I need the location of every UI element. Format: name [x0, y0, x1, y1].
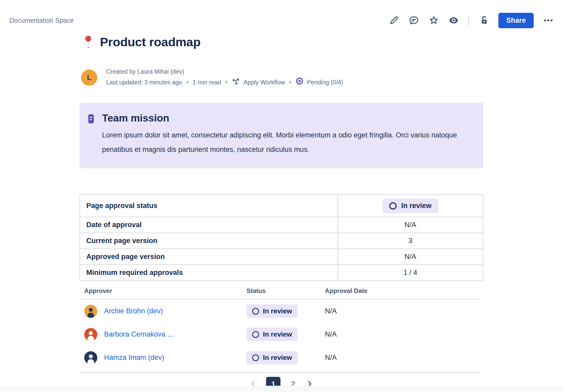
- approval-status-table: Page approval status In review Date of a…: [80, 194, 483, 281]
- status-cell: In review: [246, 351, 325, 364]
- row-label: Minimum required approvals: [80, 265, 338, 281]
- status-ring-icon: [252, 308, 259, 315]
- byline: L Created by Laura Mihai (dev) Last upda…: [80, 67, 483, 88]
- approval-date-cell: N/A: [325, 354, 483, 362]
- created-by-line: Created by Laura Mihai (dev): [106, 67, 343, 77]
- row-label: Current page version: [80, 233, 338, 249]
- separator-dot: •: [186, 78, 188, 87]
- mission-body: Lorem ipsum dolor sit amet, consectetur …: [102, 128, 472, 157]
- separator-dot: •: [289, 78, 291, 87]
- team-mission-panel: Team mission Lorem ipsum dolor sit amet,…: [80, 103, 483, 168]
- apply-workflow-button[interactable]: Apply Workflow: [232, 77, 285, 88]
- approvers-header-row: Approver Status Approval Date: [80, 285, 483, 297]
- row-value: N/A: [338, 217, 483, 233]
- approver-name-link[interactable]: Hamza Imam (dev): [104, 354, 164, 362]
- page-bottom-strip: [0, 386, 563, 392]
- breadcrumb[interactable]: Documentation Space: [9, 17, 74, 24]
- row-value: 3: [338, 233, 483, 249]
- approver-row: Barbora Cernakova ... In review N/A: [80, 323, 483, 346]
- byline-text: Created by Laura Mihai (dev) Last update…: [106, 67, 343, 88]
- more-actions-button[interactable]: [543, 15, 554, 26]
- status-badge-label: In review: [263, 354, 292, 362]
- share-button[interactable]: Share: [498, 13, 534, 28]
- page-status-badge[interactable]: In review: [382, 199, 438, 213]
- row-label: Page approval status: [80, 195, 338, 217]
- pending-label: Pending (0/4): [307, 78, 343, 87]
- status-ring-icon: [252, 331, 259, 338]
- divider: [80, 372, 480, 373]
- approver-status-badge[interactable]: In review: [246, 351, 298, 364]
- meta-line: Last updated: 3 minutes ago • 1 min read…: [106, 77, 343, 88]
- author-avatar[interactable]: L: [81, 70, 97, 86]
- title-row: Product roadmap: [80, 33, 483, 50]
- status-badge-label: In review: [263, 330, 292, 338]
- row-value: N/A: [338, 249, 483, 265]
- approver-cell: Barbora Cernakova ...: [84, 328, 246, 341]
- status-badge-label: In review: [263, 307, 292, 315]
- row-label: Approved page version: [80, 249, 338, 265]
- status-ring-icon: [252, 354, 259, 361]
- pending-target-icon: [295, 77, 304, 88]
- row-value: 1 / 4: [338, 265, 483, 281]
- approver-avatar[interactable]: [84, 328, 97, 341]
- approver-avatar[interactable]: [84, 305, 97, 318]
- table-row: Current page version 3: [80, 233, 483, 249]
- mission-title: Team mission: [102, 112, 472, 124]
- row-value: In review: [338, 195, 483, 217]
- approval-date-cell: N/A: [325, 307, 483, 315]
- pending-status-chip[interactable]: Pending (0/4): [295, 77, 343, 88]
- table-row: Date of approval N/A: [80, 217, 483, 233]
- page-content: Product roadmap L Created by Laura Mihai…: [80, 0, 483, 392]
- mission-content: Team mission Lorem ipsum dolor sit amet,…: [102, 112, 472, 157]
- more-icon: [543, 15, 554, 26]
- table-row: Page approval status In review: [80, 195, 483, 217]
- column-header-status: Status: [246, 287, 325, 295]
- approver-row: Archie Brohn (dev) In review N/A: [80, 299, 483, 323]
- approver-status-badge[interactable]: In review: [246, 304, 298, 318]
- status-ring-icon: [389, 202, 397, 210]
- approver-row: Hamza Imam (dev) In review N/A: [80, 346, 483, 369]
- approval-date-cell: N/A: [325, 330, 483, 338]
- status-badge-label: In review: [401, 202, 432, 210]
- approver-name-link[interactable]: Barbora Cernakova ...: [104, 330, 173, 338]
- row-label: Date of approval: [80, 217, 338, 233]
- page-title: Product roadmap: [100, 35, 201, 49]
- read-time: 1 min read: [193, 78, 221, 87]
- approver-cell: Hamza Imam (dev): [84, 351, 246, 364]
- table-row: Minimum required approvals 1 / 4: [80, 265, 483, 281]
- workflow-icon: [232, 77, 240, 88]
- approver-name-link[interactable]: Archie Brohn (dev): [104, 307, 163, 315]
- approver-cell: Archie Brohn (dev): [84, 305, 246, 318]
- approver-status-badge[interactable]: In review: [246, 328, 298, 341]
- approver-avatar[interactable]: [84, 351, 97, 364]
- table-row: Approved page version N/A: [80, 249, 483, 265]
- status-cell: In review: [246, 328, 325, 341]
- note-icon: [87, 112, 95, 157]
- round-pushpin-icon: [83, 34, 94, 49]
- separator-dot: •: [225, 78, 227, 87]
- column-header-approver: Approver: [84, 287, 246, 295]
- apply-workflow-label: Apply Workflow: [244, 78, 285, 87]
- status-cell: In review: [246, 304, 325, 318]
- last-updated: Last updated: 3 minutes ago: [106, 78, 182, 87]
- column-header-approval-date: Approval Date: [325, 287, 483, 295]
